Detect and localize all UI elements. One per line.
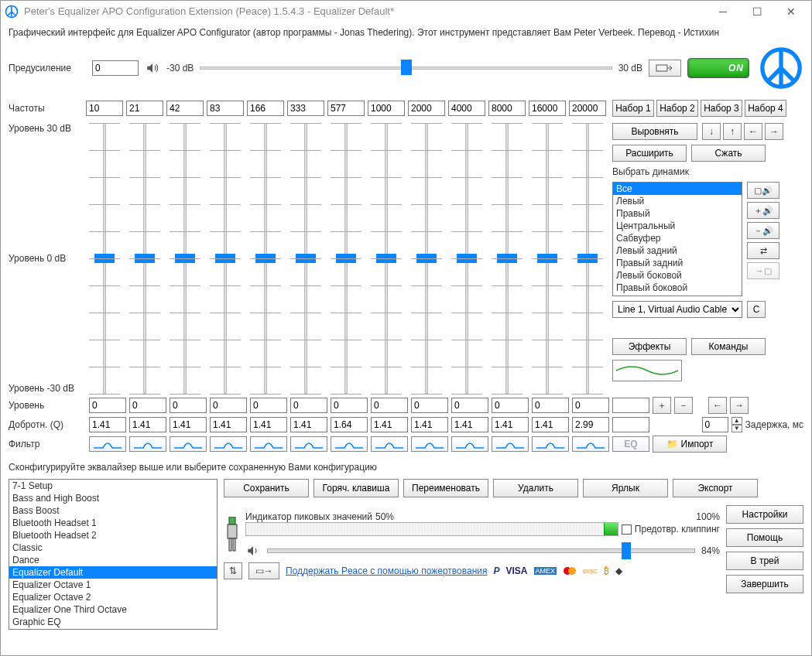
speaker-item[interactable]: Центральный <box>613 220 742 232</box>
q-extra-input[interactable] <box>612 417 649 432</box>
speaker-item[interactable]: Правый задний <box>613 257 742 269</box>
donate-link[interactable]: Поддержать Peace с помощью пожертвования <box>286 565 487 576</box>
q-input-7[interactable] <box>371 417 408 432</box>
freq-input-10[interactable] <box>488 101 526 116</box>
level-input-2[interactable] <box>170 398 207 413</box>
q-input-11[interactable] <box>532 417 569 432</box>
level-input-9[interactable] <box>451 398 488 413</box>
level-input-10[interactable] <box>492 398 529 413</box>
freq-input-11[interactable] <box>529 101 566 116</box>
effects-button[interactable]: Эффекты <box>612 338 687 355</box>
level-input-8[interactable] <box>411 398 448 413</box>
freq-set-4[interactable]: Набор 4 <box>745 100 786 117</box>
speaker-swap-icon[interactable]: ⇄ <box>747 242 779 259</box>
arrow-up-icon[interactable]: ↑ <box>723 123 742 140</box>
arrow-down-icon[interactable]: ↓ <box>702 123 721 140</box>
level-input-0[interactable] <box>89 398 126 413</box>
preset-item[interactable]: Bluetooth Headset 2 <box>9 529 217 542</box>
q-input-9[interactable] <box>451 417 488 432</box>
preset-item[interactable]: 7-1 Setup <box>9 480 217 492</box>
filter-type-5[interactable] <box>290 436 327 452</box>
freq-input-2[interactable] <box>166 101 204 116</box>
q-input-3[interactable] <box>210 417 247 432</box>
preamp-slider[interactable] <box>200 57 612 79</box>
eq-slider-4[interactable] <box>247 123 284 394</box>
delay-up-icon[interactable]: ▲ <box>731 417 742 425</box>
level-input-4[interactable] <box>250 398 287 413</box>
speaker-item[interactable]: Правый боковой <box>613 282 742 294</box>
export-file-icon[interactable]: ▭→ <box>248 562 279 579</box>
arrow-left-icon[interactable]: ← <box>744 123 762 140</box>
curve-preview-icon[interactable] <box>612 360 682 381</box>
freq-set-3[interactable]: Набор 3 <box>701 100 742 117</box>
freq-input-6[interactable] <box>327 101 365 116</box>
delay-down-icon[interactable]: ▼ <box>731 425 742 432</box>
preset-item[interactable]: Equalizer Octave 1 <box>9 579 217 591</box>
level-input-11[interactable] <box>532 398 569 413</box>
delay-input[interactable] <box>702 417 728 432</box>
eq-slider-5[interactable] <box>287 123 324 394</box>
preset-item[interactable]: Equalizer Default <box>9 566 217 579</box>
preset-item[interactable]: Bass Boost <box>9 504 217 517</box>
q-input-8[interactable] <box>411 417 448 432</box>
freq-input-9[interactable] <box>448 101 485 116</box>
preset-item[interactable]: Bass and High Boost <box>9 492 217 504</box>
preset-list[interactable]: 7-1 SetupBass and High BoostBass BoostBl… <box>9 479 218 630</box>
filter-type-1[interactable] <box>129 436 166 452</box>
eq-slider-2[interactable] <box>166 123 204 394</box>
filter-type-12[interactable] <box>572 436 609 452</box>
filter-type-9[interactable] <box>451 436 488 452</box>
save-button[interactable]: Сохранить <box>224 479 309 497</box>
rename-button[interactable]: Переименовать <box>403 479 488 497</box>
arrow-right-icon[interactable]: → <box>765 123 783 140</box>
level-input-3[interactable] <box>210 398 247 413</box>
speaker-send-icon[interactable]: →▢ <box>747 262 779 279</box>
eq-slider-7[interactable] <box>368 123 405 394</box>
freq-input-0[interactable] <box>86 101 123 116</box>
on-off-toggle[interactable]: ON <box>687 58 749 78</box>
level-input-6[interactable] <box>331 398 368 413</box>
close-button[interactable]: ✕ <box>774 1 808 22</box>
volume-slider[interactable] <box>267 548 695 553</box>
q-input-0[interactable] <box>89 417 126 432</box>
freq-input-4[interactable] <box>247 101 284 116</box>
level-input-5[interactable] <box>290 398 327 413</box>
eq-slider-1[interactable] <box>126 123 163 394</box>
maximize-button[interactable]: ☐ <box>740 1 774 22</box>
speaker-item[interactable]: Левый задний <box>613 244 742 257</box>
q-input-1[interactable] <box>129 417 166 432</box>
speaker-item[interactable]: Сабвуфер <box>613 232 742 244</box>
filter-type-11[interactable] <box>532 436 569 452</box>
delete-button[interactable]: Удалить <box>493 479 578 497</box>
export-button[interactable]: Экспорт <box>673 479 758 497</box>
preset-item[interactable]: Equalizer Octave 2 <box>9 591 217 603</box>
preamp-export-icon[interactable] <box>649 60 681 77</box>
filter-type-0[interactable] <box>89 436 126 452</box>
filter-type-3[interactable] <box>210 436 247 452</box>
freq-input-8[interactable] <box>408 101 445 116</box>
preset-item[interactable]: Graphic EQ <box>9 616 217 628</box>
compress-button[interactable]: Сжать <box>691 145 766 162</box>
level-extra-input[interactable] <box>612 398 649 413</box>
eq-slider-10[interactable] <box>488 123 526 394</box>
tray-button[interactable]: В трей <box>726 552 803 570</box>
eq-slider-11[interactable] <box>529 123 566 394</box>
sort-vertical-icon[interactable]: ⇅ <box>224 562 242 579</box>
filter-type-8[interactable] <box>411 436 448 452</box>
speaker-item[interactable]: Все <box>613 183 742 195</box>
eq-slider-12[interactable] <box>569 123 606 394</box>
shortcut-button[interactable]: Ярлык <box>583 479 668 497</box>
level-input-12[interactable] <box>572 398 609 413</box>
freq-input-7[interactable] <box>368 101 405 116</box>
filter-type-7[interactable] <box>371 436 408 452</box>
preset-item[interactable]: Bluetooth Headset 1 <box>9 517 217 529</box>
clip-checkbox[interactable] <box>622 524 632 535</box>
level-minus-icon[interactable]: － <box>674 397 693 414</box>
exit-button[interactable]: Завершить <box>726 575 803 593</box>
speaker-solo-icon[interactable]: ▢🔊 <box>747 182 779 199</box>
settings-button[interactable]: Настройки <box>726 505 803 524</box>
freq-set-1[interactable]: Набор 1 <box>612 100 654 117</box>
filter-type-2[interactable] <box>170 436 207 452</box>
device-c-button[interactable]: C <box>747 301 766 318</box>
preset-item[interactable]: Dance <box>9 554 217 566</box>
